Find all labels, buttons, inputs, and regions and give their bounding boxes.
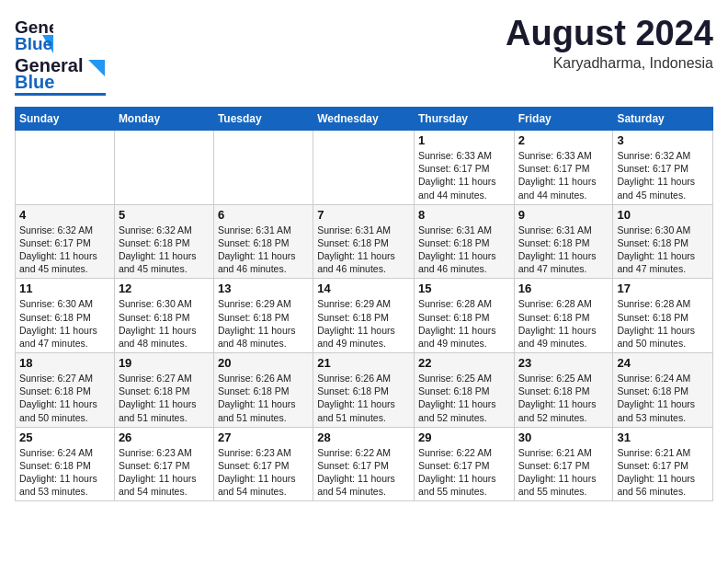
day-number: 24: [617, 356, 709, 370]
logo-blue: Blue: [15, 73, 54, 91]
day-detail: Sunrise: 6:31 AMSunset: 6:18 PMDaylight:…: [418, 224, 510, 276]
day-detail: Sunrise: 6:28 AMSunset: 6:18 PMDaylight:…: [418, 297, 510, 350]
day-detail: Sunrise: 6:22 AMSunset: 6:17 PMDaylight:…: [317, 446, 410, 499]
day-number: 15: [418, 282, 510, 295]
day-cell: 18Sunrise: 6:27 AMSunset: 6:18 PMDayligh…: [16, 353, 115, 428]
weekday-header-sunday: Sunday: [16, 108, 115, 131]
week-row-4: 18Sunrise: 6:27 AMSunset: 6:18 PMDayligh…: [16, 353, 713, 428]
day-number: 26: [119, 431, 210, 444]
page-header: General Blue General Blue August 2024 Ka…: [15, 15, 713, 96]
day-detail: Sunrise: 6:21 AMSunset: 6:17 PMDaylight:…: [617, 446, 709, 499]
day-cell: 5Sunrise: 6:32 AMSunset: 6:18 PMDaylight…: [114, 204, 213, 279]
weekday-header-monday: Monday: [114, 108, 213, 131]
day-cell: 9Sunrise: 6:31 AMSunset: 6:18 PMDaylight…: [514, 204, 613, 279]
day-cell: 16Sunrise: 6:28 AMSunset: 6:18 PMDayligh…: [514, 279, 613, 353]
day-number: 13: [218, 282, 309, 295]
day-cell: 3Sunrise: 6:32 AMSunset: 6:17 PMDaylight…: [613, 131, 713, 205]
day-cell: 31Sunrise: 6:21 AMSunset: 6:17 PMDayligh…: [613, 427, 713, 501]
day-detail: Sunrise: 6:29 AMSunset: 6:18 PMDaylight:…: [317, 297, 410, 350]
weekday-header-saturday: Saturday: [613, 108, 713, 131]
day-detail: Sunrise: 6:22 AMSunset: 6:17 PMDaylight:…: [418, 446, 510, 499]
calendar-table: SundayMondayTuesdayWednesdayThursdayFrid…: [15, 107, 713, 501]
day-detail: Sunrise: 6:29 AMSunset: 6:18 PMDaylight:…: [218, 297, 309, 350]
location-title: Karyadharma, Indonesia: [506, 55, 713, 72]
day-cell: 11Sunrise: 6:30 AMSunset: 6:18 PMDayligh…: [16, 279, 115, 353]
day-cell: 13Sunrise: 6:29 AMSunset: 6:18 PMDayligh…: [213, 279, 313, 353]
day-detail: Sunrise: 6:33 AMSunset: 6:17 PMDaylight:…: [418, 149, 510, 201]
day-detail: Sunrise: 6:26 AMSunset: 6:18 PMDaylight:…: [317, 372, 410, 424]
day-cell: 24Sunrise: 6:24 AMSunset: 6:18 PMDayligh…: [613, 353, 713, 428]
day-cell: [313, 131, 415, 205]
day-detail: Sunrise: 6:30 AMSunset: 6:18 PMDaylight:…: [617, 224, 709, 276]
weekday-header-friday: Friday: [514, 108, 613, 131]
day-number: 10: [617, 208, 709, 222]
day-cell: [16, 131, 115, 205]
day-cell: 22Sunrise: 6:25 AMSunset: 6:18 PMDayligh…: [414, 353, 514, 428]
day-detail: Sunrise: 6:24 AMSunset: 6:18 PMDaylight:…: [617, 372, 709, 424]
day-number: 3: [617, 133, 709, 147]
day-detail: Sunrise: 6:25 AMSunset: 6:18 PMDaylight:…: [518, 372, 609, 424]
day-cell: 27Sunrise: 6:23 AMSunset: 6:17 PMDayligh…: [213, 427, 313, 501]
day-detail: Sunrise: 6:27 AMSunset: 6:18 PMDaylight:…: [119, 372, 210, 424]
month-title: August 2024: [506, 15, 713, 53]
day-number: 28: [317, 431, 410, 444]
day-detail: Sunrise: 6:23 AMSunset: 6:17 PMDaylight:…: [218, 446, 309, 499]
day-number: 23: [518, 356, 609, 370]
day-number: 17: [617, 282, 709, 295]
day-detail: Sunrise: 6:31 AMSunset: 6:18 PMDaylight:…: [518, 224, 609, 276]
day-cell: [114, 131, 213, 205]
svg-text:Blue: Blue: [15, 34, 52, 53]
day-detail: Sunrise: 6:24 AMSunset: 6:18 PMDaylight:…: [19, 446, 110, 499]
day-detail: Sunrise: 6:25 AMSunset: 6:18 PMDaylight:…: [418, 372, 510, 424]
day-number: 22: [418, 356, 510, 370]
day-cell: 25Sunrise: 6:24 AMSunset: 6:18 PMDayligh…: [16, 427, 115, 501]
day-cell: 2Sunrise: 6:33 AMSunset: 6:17 PMDaylight…: [514, 131, 613, 205]
day-cell: [213, 131, 313, 205]
day-cell: 19Sunrise: 6:27 AMSunset: 6:18 PMDayligh…: [114, 353, 213, 428]
day-cell: 28Sunrise: 6:22 AMSunset: 6:17 PMDayligh…: [313, 427, 415, 501]
day-number: 11: [19, 282, 110, 295]
day-number: 27: [218, 431, 309, 444]
day-detail: Sunrise: 6:32 AMSunset: 6:18 PMDaylight:…: [119, 224, 210, 276]
weekday-header-tuesday: Tuesday: [213, 108, 313, 131]
day-cell: 26Sunrise: 6:23 AMSunset: 6:17 PMDayligh…: [114, 427, 213, 501]
day-cell: 15Sunrise: 6:28 AMSunset: 6:18 PMDayligh…: [414, 279, 514, 353]
day-cell: 4Sunrise: 6:32 AMSunset: 6:17 PMDaylight…: [16, 204, 115, 279]
day-cell: 30Sunrise: 6:21 AMSunset: 6:17 PMDayligh…: [514, 427, 613, 501]
week-row-2: 4Sunrise: 6:32 AMSunset: 6:17 PMDaylight…: [16, 204, 713, 279]
day-cell: 14Sunrise: 6:29 AMSunset: 6:18 PMDayligh…: [313, 279, 415, 353]
logo: General Blue General Blue: [15, 15, 106, 96]
day-cell: 1Sunrise: 6:33 AMSunset: 6:17 PMDaylight…: [414, 131, 514, 205]
weekday-header-row: SundayMondayTuesdayWednesdayThursdayFrid…: [16, 108, 713, 131]
day-detail: Sunrise: 6:21 AMSunset: 6:17 PMDaylight:…: [518, 446, 609, 499]
day-detail: Sunrise: 6:31 AMSunset: 6:18 PMDaylight:…: [317, 224, 410, 276]
day-detail: Sunrise: 6:30 AMSunset: 6:18 PMDaylight:…: [119, 297, 210, 350]
day-cell: 20Sunrise: 6:26 AMSunset: 6:18 PMDayligh…: [213, 353, 313, 428]
day-detail: Sunrise: 6:33 AMSunset: 6:17 PMDaylight:…: [518, 149, 609, 201]
day-detail: Sunrise: 6:30 AMSunset: 6:18 PMDaylight:…: [19, 297, 110, 350]
title-block: August 2024 Karyadharma, Indonesia: [506, 15, 713, 72]
day-number: 25: [19, 431, 110, 444]
day-number: 1: [418, 133, 510, 147]
day-number: 7: [317, 208, 410, 222]
day-number: 5: [119, 208, 210, 222]
day-number: 4: [19, 208, 110, 222]
day-cell: 8Sunrise: 6:31 AMSunset: 6:18 PMDaylight…: [414, 204, 514, 279]
day-cell: 21Sunrise: 6:26 AMSunset: 6:18 PMDayligh…: [313, 353, 415, 428]
day-number: 16: [518, 282, 609, 295]
day-number: 9: [518, 208, 609, 222]
day-number: 21: [317, 356, 410, 370]
day-detail: Sunrise: 6:31 AMSunset: 6:18 PMDaylight:…: [218, 224, 309, 276]
day-detail: Sunrise: 6:32 AMSunset: 6:17 PMDaylight:…: [617, 149, 709, 201]
day-detail: Sunrise: 6:23 AMSunset: 6:17 PMDaylight:…: [119, 446, 210, 499]
day-cell: 7Sunrise: 6:31 AMSunset: 6:18 PMDaylight…: [313, 204, 415, 279]
day-number: 8: [418, 208, 510, 222]
weekday-header-wednesday: Wednesday: [313, 108, 415, 131]
weekday-header-thursday: Thursday: [414, 108, 514, 131]
svg-marker-3: [88, 60, 105, 76]
day-cell: 6Sunrise: 6:31 AMSunset: 6:18 PMDaylight…: [213, 204, 313, 279]
day-number: 20: [218, 356, 309, 370]
day-cell: 10Sunrise: 6:30 AMSunset: 6:18 PMDayligh…: [613, 204, 713, 279]
week-row-5: 25Sunrise: 6:24 AMSunset: 6:18 PMDayligh…: [16, 427, 713, 501]
day-number: 30: [518, 431, 609, 444]
